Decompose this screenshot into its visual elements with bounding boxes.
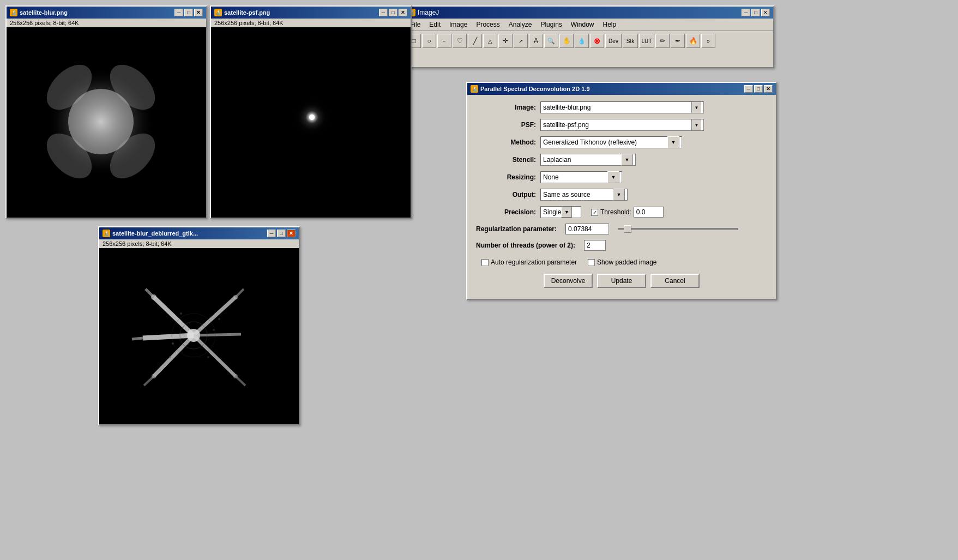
auto-reg-checkbox[interactable] [481,259,489,266]
update-btn[interactable]: Update [597,274,646,288]
psf-row: PSF: satellite-psf.png ▼ [476,119,767,131]
tool-line[interactable]: ╱ [468,34,482,48]
deconv-close-btn[interactable]: ✕ [764,85,773,93]
menu-edit[interactable]: Edit [426,20,444,29]
deblurred-title: satellite-blur_deblurred_gtik... [112,230,198,237]
svg-point-32 [218,318,220,320]
tool-stk[interactable]: Stk [623,34,638,48]
deblurred-image-container [99,248,299,424]
blur-image-canvas [7,27,195,216]
psf-restore-btn[interactable]: □ [389,9,397,16]
imagej-restore-btn[interactable]: □ [751,9,760,16]
tool-oval[interactable]: ○ [422,34,436,48]
tool-cross[interactable]: ⊗ [590,34,604,48]
menu-analyze[interactable]: Analyze [505,20,535,29]
blur-titlebar: 🔬 satellite-blur.png ─ □ ✕ [7,7,206,19]
psf-select-text: satellite-psf.png [543,121,691,129]
psf-dropdown-arrow[interactable]: ▼ [691,119,701,130]
svg-line-23 [132,338,143,339]
tool-dev[interactable]: Dev [605,34,622,48]
tool-text[interactable]: A [529,34,543,48]
tool-polygon[interactable]: ⌐ [437,34,451,48]
precision-select[interactable]: Single ▼ [540,206,581,218]
deconv-dialog: 🔬 Parallel Spectral Deconvolution 2D 1.9… [466,82,777,300]
blur-image-container [7,27,206,218]
tool-bucket[interactable]: 🔥 [686,34,700,48]
deblurred-image-canvas [99,248,288,423]
tool-dropper[interactable]: 💧 [575,34,589,48]
blur-restore-btn[interactable]: □ [184,9,193,16]
tool-more[interactable]: » [701,34,715,48]
menu-window[interactable]: Window [568,20,598,29]
deconv-minimize-btn[interactable]: ─ [744,85,753,93]
precision-row: Precision: Single ▼ Threshold: [476,206,767,218]
menu-help[interactable]: Help [600,20,620,29]
reg-param-label: Regularization parameter: [476,225,557,233]
imagej-title: ImageJ [418,9,439,16]
threads-row: Number of threads (power of 2): [476,240,767,251]
svg-point-36 [213,329,215,331]
svg-point-11 [310,116,314,119]
precision-dropdown-btn[interactable]: ▼ [561,207,572,218]
tool-hand[interactable]: ✋ [559,34,574,48]
svg-point-33 [180,312,182,315]
deblurred-close-btn[interactable]: ✕ [287,230,296,237]
auto-reg-item: Auto regularization parameter [481,258,577,266]
resizing-dropdown-btn[interactable]: ▼ [607,171,619,183]
image-dropdown-arrow[interactable]: ▼ [691,102,701,113]
reg-param-slider-thumb[interactable] [624,225,631,233]
deblurred-titlebar: 🔬 satellite-blur_deblurred_gtik... ─ □ ✕ [99,227,299,239]
resizing-select[interactable]: None ▼ [540,171,622,183]
tool-magnifier[interactable]: 🔍 [544,34,558,48]
menu-process[interactable]: Process [473,20,503,29]
svg-point-29 [152,374,156,378]
tool-point[interactable]: ✛ [498,34,513,48]
threshold-input[interactable] [634,207,664,218]
method-row: Method: Generalized Tikhonov (reflexive)… [476,136,767,148]
imagej-minimize-btn[interactable]: ─ [742,9,750,16]
menu-image[interactable]: Image [446,20,471,29]
psf-title: satellite-psf.png [224,9,270,16]
stencil-dropdown-btn[interactable]: ▼ [621,154,633,166]
tool-pencil[interactable]: ✏ [655,34,670,48]
stencil-select[interactable]: Laplacian ▼ [540,154,636,166]
psf-select[interactable]: satellite-psf.png ▼ [540,119,704,131]
tool-lut[interactable]: LUT [639,34,654,48]
tool-wand[interactable]: ↗ [514,34,528,48]
psf-window-icon: 🔬 [214,9,222,16]
deblurred-image-window: 🔬 satellite-blur_deblurred_gtik... ─ □ ✕… [98,226,300,425]
deconv-restore-btn[interactable]: □ [754,85,763,93]
menu-plugins[interactable]: Plugins [537,20,565,29]
imagej-menubar: File Edit Image Process Analyze Plugins … [405,19,773,31]
tool-brush[interactable]: ✒ [671,34,685,48]
deblurred-minimize-btn[interactable]: ─ [267,230,276,237]
stencil-row: Stencil: Laplacian ▼ [476,154,767,166]
precision-select-text: Single [541,208,561,216]
precision-label: Precision: [476,208,536,216]
tool-freehand[interactable]: ♡ [453,34,467,48]
output-select[interactable]: Same as source ▼ [540,189,628,201]
resizing-row: Resizing: None ▼ [476,171,767,183]
imagej-close-btn[interactable]: ✕ [761,9,770,16]
show-padded-checkbox[interactable] [588,259,595,266]
psf-close-btn[interactable]: ✕ [399,9,407,16]
psf-image-container [211,27,411,218]
show-padded-label: Show padded image [597,258,656,266]
reg-param-input[interactable] [565,224,609,234]
method-select[interactable]: Generalized Tikhonov (reflexive) ▼ [540,136,682,148]
tool-angle[interactable]: △ [483,34,497,48]
psf-minimize-btn[interactable]: ─ [379,9,388,16]
threads-input[interactable] [584,240,606,251]
blur-info: 256x256 pixels; 8-bit; 64K [7,19,206,27]
deconvolve-btn[interactable]: Deconvolve [544,274,593,288]
svg-line-22 [143,335,194,338]
svg-point-28 [233,295,238,299]
threshold-checkbox[interactable] [591,209,598,216]
cancel-btn[interactable]: Cancel [650,274,700,288]
blur-close-btn[interactable]: ✕ [194,9,203,16]
blur-minimize-btn[interactable]: ─ [174,9,183,16]
output-dropdown-btn[interactable]: ▼ [613,189,625,201]
image-select[interactable]: satellite-blur.png ▼ [540,101,704,113]
method-dropdown-btn[interactable]: ▼ [667,136,679,148]
deblurred-restore-btn[interactable]: □ [277,230,286,237]
